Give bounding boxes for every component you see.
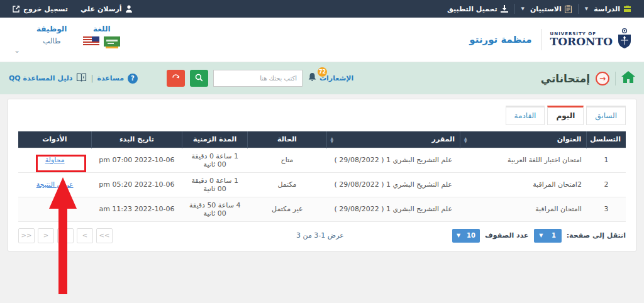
- logout-button[interactable]: تسجيل خروج: [6, 0, 74, 18]
- topbar-user-area: أرسلان علي تسجيل خروج: [6, 0, 139, 18]
- logo-line2: TORONTO: [550, 36, 613, 47]
- book-icon: [76, 72, 87, 84]
- cell-tools: محاولة: [18, 148, 91, 172]
- external-link-icon: [13, 5, 20, 13]
- goto-page-group: انتقل إلى صفحة: 1▼ عدد الصفوف 10▼: [452, 229, 626, 243]
- col-course[interactable]: المقرر ▲▼: [326, 131, 460, 148]
- language-label: اللغة: [93, 25, 111, 33]
- col-duration: المدة الزمنية: [182, 131, 248, 148]
- us-flag-icon[interactable]: [83, 36, 99, 47]
- table-header-row: التسلسل العنوان ▲▼ المقرر ▲▼ الحالة المد…: [18, 131, 626, 148]
- nav-download-label: تحميل التطبيق: [447, 5, 497, 13]
- clipboard-icon: [565, 5, 572, 13]
- first-page-button[interactable]: <<: [96, 228, 113, 243]
- exam-portal-page: { "topbar": { "study": "الدراسة", "surve…: [0, 0, 644, 303]
- showing-range: عرض 1-3 من 3: [296, 231, 344, 240]
- attempt-link[interactable]: محاولة: [45, 156, 65, 164]
- header-divider: [541, 29, 541, 50]
- chevron-down-icon: ▼: [585, 6, 588, 11]
- table-footer: انتقل إلى صفحة: 1▼ عدد الصفوف 10▼ عرض 1-…: [18, 228, 626, 243]
- sort-icon[interactable]: ▲▼: [331, 136, 334, 143]
- tab-previous[interactable]: السابق: [586, 106, 626, 125]
- table-row: 3 اامتحان المراقبة علم التشريح البشري 1 …: [18, 197, 626, 221]
- cell-seq: 3: [587, 197, 626, 221]
- cell-duration: 4 ساعة 50 دقيقة 00 ثانية: [182, 197, 248, 221]
- briefcase-icon: [623, 5, 631, 13]
- organization-name: منظمة تورنتو: [469, 34, 531, 45]
- topbar: الدراسة ▼ الاستبيان ▼ تحميل التطبيق أرسل…: [0, 0, 644, 18]
- role-block: الوظيفة طالب: [36, 25, 67, 45]
- exams-table: التسلسل العنوان ▲▼ المقرر ▲▼ الحالة المد…: [18, 131, 626, 222]
- cell-course: علم التشريح البشري 1 ( 29/08/2022 ): [326, 148, 460, 172]
- nav-survey-label: الاستبيان: [530, 5, 562, 13]
- prev-page-button[interactable]: <: [77, 228, 93, 243]
- help-guide-link[interactable]: دليل المساعدة QQ: [9, 74, 72, 82]
- notifications[interactable]: الإشعارات 72: [308, 72, 353, 85]
- nav-survey[interactable]: الاستبيان ▼: [515, 0, 578, 18]
- cell-title: اامتحان المراقبة: [460, 197, 586, 221]
- cell-seq: 1: [587, 148, 626, 172]
- col-status: الحالة: [248, 131, 326, 148]
- tab-upcoming[interactable]: القادمة: [506, 106, 545, 125]
- search-icon: [195, 74, 203, 84]
- user-menu[interactable]: أرسلان علي: [74, 0, 139, 18]
- logo-wordmark: UNIVERSITY OF TORONTO: [550, 32, 613, 47]
- nav-study-label: الدراسة: [594, 5, 620, 13]
- rows-select[interactable]: 10▼: [452, 229, 480, 243]
- cell-start-date: pm 05:20 2022-10-06: [91, 172, 182, 197]
- back-arrow-icon[interactable]: →: [596, 72, 609, 85]
- cell-course: علم التشريح البشري 1 ( 29/08/2022 ): [326, 197, 460, 221]
- crest-icon: [616, 28, 633, 52]
- page-toolbar: → إمتحاناتي الإشعارات 72 ? مساعدة |: [0, 62, 644, 94]
- cell-status: متاح: [248, 148, 326, 172]
- col-title[interactable]: العنوان ▲▼: [460, 131, 586, 148]
- last-page-button[interactable]: >>: [18, 228, 35, 243]
- language-switcher: [83, 36, 120, 47]
- cell-duration: 1 ساعة 0 دقيقة 00 ثانية: [182, 148, 248, 172]
- cell-status: غير مكتمل: [248, 197, 326, 221]
- cell-title: امتحان اختبار اللغة العربية: [460, 148, 586, 172]
- saudi-flag-icon[interactable]: [104, 36, 120, 47]
- brand-area: UNIVERSITY OF TORONTO منظمة تورنتو: [469, 28, 633, 52]
- exams-card: السابق اليوم القادمة التسلسل العنوان ▲▼ …: [8, 99, 636, 251]
- download-icon: [501, 5, 508, 13]
- next-page-button[interactable]: >: [38, 228, 54, 243]
- search-group: الإشعارات 72: [167, 70, 353, 87]
- search-button[interactable]: [190, 70, 208, 87]
- search-input[interactable]: [213, 70, 303, 87]
- table-row: 2 2امتحان المراقبة علم التشريح البشري 1 …: [18, 172, 626, 197]
- home-icon[interactable]: [621, 71, 635, 85]
- question-mark-icon[interactable]: ?: [128, 74, 138, 84]
- header: UNIVERSITY OF TORONTO منظمة تورنتو اللغة…: [0, 18, 644, 62]
- page-select[interactable]: 1▼: [534, 229, 562, 243]
- refresh-icon: [172, 74, 180, 84]
- nav-download-app[interactable]: تحميل التطبيق: [441, 0, 514, 18]
- logout-label: تسجيل خروج: [23, 5, 68, 13]
- sort-icon[interactable]: ▲▼: [464, 136, 467, 143]
- person-icon: [125, 5, 133, 13]
- view-result-link[interactable]: عرض النتيجة: [36, 180, 74, 189]
- col-start-date: تاريخ البدء: [91, 131, 182, 148]
- cell-start-date: am 11:23 2022-10-06: [91, 197, 182, 221]
- nav-study[interactable]: الدراسة ▼: [579, 0, 638, 18]
- topbar-divider: [578, 4, 579, 14]
- language-block: اللغة: [83, 25, 120, 47]
- chevron-down-icon: ▼: [457, 233, 460, 238]
- tab-today[interactable]: اليوم: [547, 106, 584, 125]
- cell-course: علم التشريح البشري 1 ( 29/08/2022 ): [326, 172, 460, 197]
- help-group: ? مساعدة | دليل المساعدة QQ: [9, 72, 138, 84]
- cell-status: مكتمل: [248, 172, 326, 197]
- cell-duration: 1 ساعة 0 دقيقة 00 ثانية: [182, 172, 248, 197]
- page-number-button[interactable]: 1: [57, 228, 74, 243]
- help-link[interactable]: مساعدة: [97, 74, 124, 82]
- refresh-button[interactable]: [167, 70, 185, 87]
- topbar-divider: [514, 4, 515, 14]
- role-label: الوظيفة: [36, 25, 67, 33]
- cell-seq: 2: [587, 172, 626, 197]
- cell-start-date: pm 07:00 2022-10-06: [91, 148, 182, 172]
- user-name: أرسلان علي: [80, 5, 122, 13]
- title-group: → إمتحاناتي: [541, 71, 635, 85]
- collapse-chevron-icon[interactable]: ⌄: [14, 46, 20, 55]
- cell-title: 2امتحان المراقبة: [460, 172, 586, 197]
- role-value: طالب: [43, 36, 61, 45]
